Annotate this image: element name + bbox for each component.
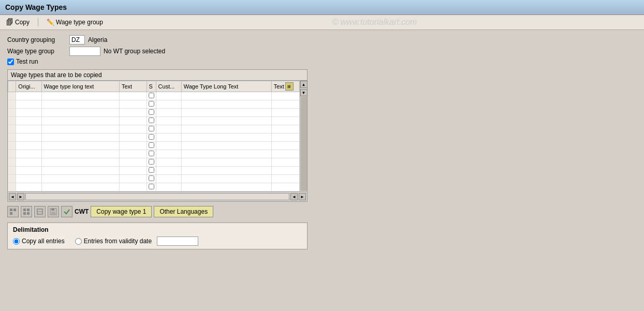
- wt-longtext-cell[interactable]: [181, 117, 271, 125]
- longtext-cell[interactable]: [41, 150, 119, 158]
- cust-cell[interactable]: [156, 125, 181, 134]
- text-cell[interactable]: [119, 117, 147, 125]
- orig-cell[interactable]: [16, 142, 41, 150]
- orig-cell[interactable]: [16, 117, 41, 125]
- orig-cell[interactable]: [16, 175, 41, 183]
- icon-btn-1[interactable]: [7, 206, 19, 217]
- icon-btn-save[interactable]: [48, 206, 59, 217]
- wt-text-cell[interactable]: [271, 125, 299, 134]
- wt-text-cell[interactable]: [271, 175, 299, 183]
- scroll-down-btn[interactable]: ▼: [300, 89, 308, 96]
- wt-text-cell[interactable]: [271, 150, 299, 158]
- s-cell[interactable]: [147, 142, 156, 150]
- wt-longtext-cell[interactable]: [181, 150, 271, 158]
- hscroll-nav-left[interactable]: ◄: [290, 193, 298, 200]
- s-cell[interactable]: [147, 92, 156, 100]
- copy-wage-type-button[interactable]: Copy wage type 1: [91, 206, 152, 217]
- wt-longtext-cell[interactable]: [181, 100, 271, 109]
- s-cell[interactable]: [147, 125, 156, 134]
- text-cell[interactable]: [119, 125, 147, 134]
- table-row[interactable]: [8, 109, 300, 117]
- copy-toolbar-item[interactable]: 🗐 Copy: [4, 17, 32, 27]
- orig-cell[interactable]: [16, 125, 41, 134]
- text-cell[interactable]: [119, 158, 147, 167]
- s-cell[interactable]: [147, 109, 156, 117]
- text-cell[interactable]: [119, 183, 147, 191]
- table-row[interactable]: [8, 175, 300, 183]
- validity-date-input[interactable]: [157, 236, 198, 246]
- cust-cell[interactable]: [156, 92, 181, 100]
- table-row[interactable]: [8, 134, 300, 142]
- text-cell[interactable]: [119, 109, 147, 117]
- icon-btn-check[interactable]: [61, 206, 72, 217]
- table-row[interactable]: [8, 117, 300, 125]
- table-row[interactable]: [8, 92, 300, 100]
- table-row[interactable]: [8, 150, 300, 158]
- wt-longtext-cell[interactable]: [181, 167, 271, 175]
- longtext-cell[interactable]: [41, 142, 119, 150]
- s-cell[interactable]: [147, 167, 156, 175]
- text-cell[interactable]: [119, 134, 147, 142]
- icon-btn-3[interactable]: [34, 206, 46, 217]
- text-cell[interactable]: [119, 142, 147, 150]
- wt-text-cell[interactable]: [271, 109, 299, 117]
- longtext-cell[interactable]: [41, 109, 119, 117]
- text-cell[interactable]: [119, 100, 147, 109]
- wt-longtext-cell[interactable]: [181, 92, 271, 100]
- icon-btn-2[interactable]: [21, 206, 32, 217]
- orig-cell[interactable]: [16, 150, 41, 158]
- cust-cell[interactable]: [156, 117, 181, 125]
- scroll-up-btn[interactable]: ▲: [300, 81, 308, 88]
- orig-cell[interactable]: [16, 92, 41, 100]
- s-cell[interactable]: [147, 175, 156, 183]
- orig-cell[interactable]: [16, 158, 41, 167]
- hscroll-track[interactable]: [25, 193, 289, 200]
- longtext-cell[interactable]: [41, 117, 119, 125]
- orig-cell[interactable]: [16, 167, 41, 175]
- wt-text-cell[interactable]: [271, 100, 299, 109]
- orig-cell[interactable]: [16, 100, 41, 109]
- s-cell[interactable]: [147, 158, 156, 167]
- s-cell[interactable]: [147, 150, 156, 158]
- table-row[interactable]: [8, 167, 300, 175]
- text-cell[interactable]: [119, 167, 147, 175]
- cust-cell[interactable]: [156, 100, 181, 109]
- wt-text-cell[interactable]: [271, 167, 299, 175]
- text-cell[interactable]: [119, 150, 147, 158]
- longtext-cell[interactable]: [41, 100, 119, 109]
- wt-text-cell[interactable]: [271, 92, 299, 100]
- longtext-cell[interactable]: [41, 175, 119, 183]
- cust-cell[interactable]: [156, 183, 181, 191]
- orig-cell[interactable]: [16, 109, 41, 117]
- cust-cell[interactable]: [156, 134, 181, 142]
- wt-text-cell[interactable]: [271, 142, 299, 150]
- longtext-cell[interactable]: [41, 183, 119, 191]
- country-grouping-input[interactable]: [69, 35, 85, 45]
- longtext-cell[interactable]: [41, 158, 119, 167]
- table-row[interactable]: [8, 125, 300, 134]
- cust-cell[interactable]: [156, 150, 181, 158]
- longtext-cell[interactable]: [41, 125, 119, 134]
- wage-type-group-toolbar-item[interactable]: ✏️ Wage type group: [45, 18, 105, 27]
- wt-text-cell[interactable]: [271, 158, 299, 167]
- table-row[interactable]: [8, 158, 300, 167]
- cust-cell[interactable]: [156, 109, 181, 117]
- text-cell[interactable]: [119, 92, 147, 100]
- hscroll-right-btn[interactable]: ►: [17, 193, 24, 200]
- wt-longtext-cell[interactable]: [181, 158, 271, 167]
- scrollbar-thumb[interactable]: [301, 97, 307, 191]
- s-cell[interactable]: [147, 183, 156, 191]
- cust-cell[interactable]: [156, 142, 181, 150]
- wt-text-cell[interactable]: [271, 117, 299, 125]
- hscroll-nav-right[interactable]: ►: [299, 193, 306, 200]
- wt-text-cell[interactable]: [271, 134, 299, 142]
- orig-cell[interactable]: [16, 134, 41, 142]
- cust-cell[interactable]: [156, 175, 181, 183]
- hscroll-left-btn[interactable]: ◄: [9, 193, 16, 200]
- table-row[interactable]: [8, 100, 300, 109]
- s-cell[interactable]: [147, 134, 156, 142]
- wt-longtext-cell[interactable]: [181, 134, 271, 142]
- test-run-checkbox[interactable]: [7, 58, 14, 65]
- wt-longtext-cell[interactable]: [181, 109, 271, 117]
- table-row[interactable]: [8, 142, 300, 150]
